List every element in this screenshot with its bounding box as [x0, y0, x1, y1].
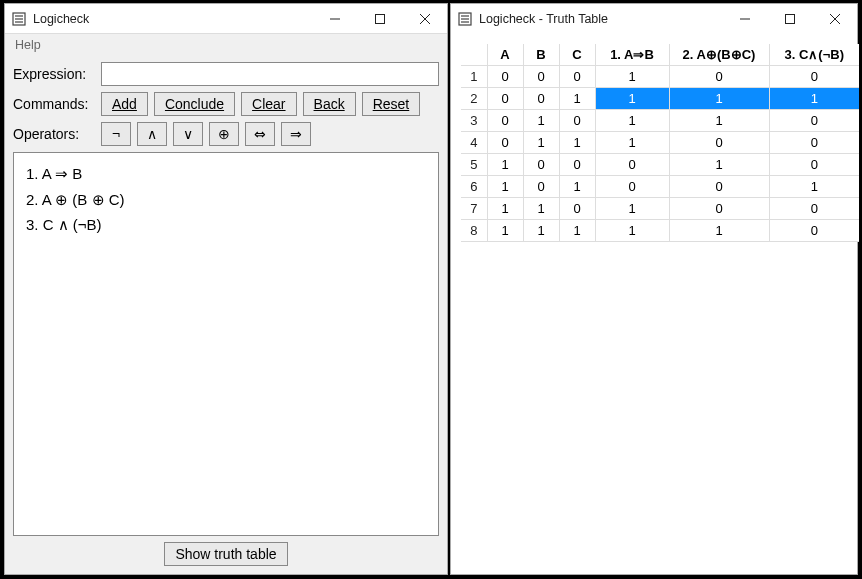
close-button[interactable] [402, 4, 447, 34]
expression-label: Expression: [13, 66, 95, 82]
table-cell: 0 [595, 176, 669, 198]
table-cell: 0 [769, 132, 859, 154]
minimize-button[interactable] [722, 4, 767, 34]
titlebar[interactable]: Logicheck - Truth Table [451, 4, 857, 34]
or-operator-button[interactable]: ∨ [173, 122, 203, 146]
table-cell: 1 [487, 154, 523, 176]
table-cell: 0 [769, 154, 859, 176]
table-cell: 0 [523, 88, 559, 110]
table-cell: 3 [461, 110, 487, 132]
table-cell: 1 [559, 220, 595, 242]
main-window: Logicheck Help Expression: Commands: Add… [4, 3, 448, 575]
menu-help[interactable]: Help [11, 36, 45, 54]
not-operator-button[interactable]: ¬ [101, 122, 131, 146]
table-cell: 4 [461, 132, 487, 154]
table-cell: 0 [559, 198, 595, 220]
maximize-button[interactable] [357, 4, 402, 34]
table-cell: 0 [669, 198, 769, 220]
table-cell: 0 [487, 132, 523, 154]
xor-operator-button[interactable]: ⊕ [209, 122, 239, 146]
table-cell: 1 [595, 132, 669, 154]
table-cell: 0 [559, 66, 595, 88]
table-cell: 1 [595, 88, 669, 110]
table-header: 3. C∧(¬B) [769, 44, 859, 66]
table-cell: 0 [487, 110, 523, 132]
truth-table[interactable]: ABC1. A⇒B2. A⊕(B⊕C)3. C∧(¬B) 10001002001… [461, 44, 859, 242]
table-cell: 1 [523, 198, 559, 220]
app-icon [11, 11, 27, 27]
table-cell: 0 [769, 66, 859, 88]
table-row[interactable]: 3010110 [461, 110, 859, 132]
table-cell: 0 [559, 154, 595, 176]
expression-item[interactable]: 1. A ⇒ B [26, 161, 426, 187]
clear-button[interactable]: Clear [241, 92, 296, 116]
table-cell: 1 [559, 132, 595, 154]
table-cell: 0 [769, 220, 859, 242]
table-header [461, 44, 487, 66]
truth-table-window: Logicheck - Truth Table ABC1. A⇒B2. A⊕(B… [450, 3, 858, 575]
implies-operator-button[interactable]: ⇒ [281, 122, 311, 146]
table-row[interactable]: 4011100 [461, 132, 859, 154]
table-cell: 1 [595, 198, 669, 220]
table-cell: 6 [461, 176, 487, 198]
back-button[interactable]: Back [303, 92, 356, 116]
table-cell: 1 [669, 110, 769, 132]
table-row[interactable]: 7110100 [461, 198, 859, 220]
menubar: Help [5, 34, 447, 56]
window-title: Logicheck - Truth Table [479, 12, 608, 26]
expression-item[interactable]: 3. C ∧ (¬B) [26, 212, 426, 238]
expression-item[interactable]: 2. A ⊕ (B ⊕ C) [26, 187, 426, 213]
expression-input[interactable] [101, 62, 439, 86]
reset-button[interactable]: Reset [362, 92, 421, 116]
expressions-list[interactable]: 1. A ⇒ B2. A ⊕ (B ⊕ C)3. C ∧ (¬B) [13, 152, 439, 536]
table-cell: 1 [595, 66, 669, 88]
table-cell: 1 [559, 88, 595, 110]
operators-label: Operators: [13, 126, 95, 142]
table-row[interactable]: 6101001 [461, 176, 859, 198]
table-row[interactable]: 1000100 [461, 66, 859, 88]
truth-table-area: ABC1. A⇒B2. A⊕(B⊕C)3. C∧(¬B) 10001002001… [451, 34, 857, 252]
table-cell: 0 [559, 110, 595, 132]
table-cell: 1 [669, 220, 769, 242]
table-header: A [487, 44, 523, 66]
table-cell: 0 [769, 110, 859, 132]
table-header: 1. A⇒B [595, 44, 669, 66]
client-area: Expression: Commands: Add Conclude Clear… [5, 56, 447, 574]
table-cell: 0 [523, 66, 559, 88]
table-row[interactable]: 8111110 [461, 220, 859, 242]
svg-rect-5 [375, 14, 384, 23]
window-title: Logicheck [33, 12, 89, 26]
table-cell: 0 [769, 198, 859, 220]
minimize-button[interactable] [312, 4, 357, 34]
iff-operator-button[interactable]: ⇔ [245, 122, 275, 146]
table-cell: 1 [487, 176, 523, 198]
table-cell: 1 [523, 132, 559, 154]
table-cell: 1 [487, 198, 523, 220]
table-row[interactable]: 2001111 [461, 88, 859, 110]
table-cell: 0 [669, 132, 769, 154]
table-row[interactable]: 5100010 [461, 154, 859, 176]
table-cell: 0 [595, 154, 669, 176]
table-cell: 1 [461, 66, 487, 88]
table-cell: 1 [595, 220, 669, 242]
table-cell: 1 [769, 176, 859, 198]
table-header: 2. A⊕(B⊕C) [669, 44, 769, 66]
conclude-button[interactable]: Conclude [154, 92, 235, 116]
table-cell: 2 [461, 88, 487, 110]
table-cell: 0 [487, 66, 523, 88]
table-cell: 1 [595, 110, 669, 132]
app-icon [457, 11, 473, 27]
commands-label: Commands: [13, 96, 95, 112]
add-button[interactable]: Add [101, 92, 148, 116]
and-operator-button[interactable]: ∧ [137, 122, 167, 146]
table-cell: 1 [487, 220, 523, 242]
table-cell: 0 [487, 88, 523, 110]
maximize-button[interactable] [767, 4, 812, 34]
table-cell: 8 [461, 220, 487, 242]
close-button[interactable] [812, 4, 857, 34]
table-cell: 7 [461, 198, 487, 220]
table-cell: 1 [523, 220, 559, 242]
table-cell: 0 [523, 176, 559, 198]
titlebar[interactable]: Logicheck [5, 4, 447, 34]
show-truth-table-button[interactable]: Show truth table [164, 542, 287, 566]
